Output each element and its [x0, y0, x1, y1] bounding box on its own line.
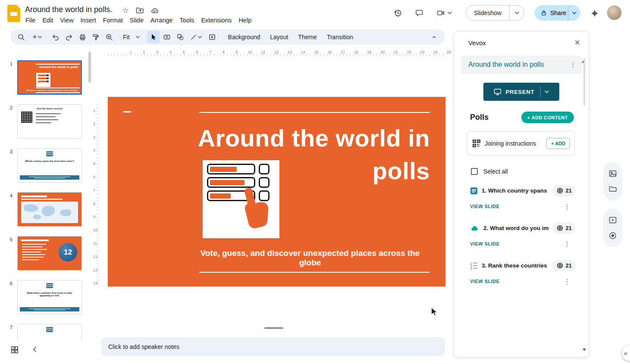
share-dropdown[interactable] [568, 12, 580, 14]
view-slide-link[interactable]: VIEW SLIDE [470, 241, 500, 246]
slide-thumbnail-2[interactable]: Join the Vevox session [17, 104, 82, 139]
filmstrip-scrollbar[interactable] [88, 52, 91, 83]
star-icon[interactable]: ☆ [122, 6, 129, 14]
zoom-select[interactable]: Fit [119, 31, 144, 44]
theme-button[interactable]: Theme [293, 31, 322, 44]
menu-item[interactable]: Edit [39, 15, 56, 25]
paint-format-icon[interactable] [89, 31, 102, 44]
ruler-number: 1 [129, 50, 132, 54]
document-title[interactable]: Around the world in polls. [25, 5, 112, 14]
current-slide[interactable]: Around the world in polls Vote, guess, a… [108, 97, 445, 286]
select-tool[interactable] [147, 31, 160, 44]
slide-number: 4 [8, 193, 15, 198]
kebab-menu-icon[interactable]: ⋮ [561, 238, 573, 250]
speaker-notes[interactable]: Click to add speaker notes [101, 337, 445, 356]
meet-controls[interactable] [437, 9, 452, 17]
slideshow-dropdown[interactable] [510, 12, 524, 14]
avatar[interactable] [607, 5, 622, 20]
background-button[interactable]: Background [223, 31, 265, 44]
side-panel-edge-toggle[interactable]: « [622, 345, 630, 361]
slide-subtitle-textbox[interactable]: Vote, guess, and discover unexpected pla… [189, 249, 431, 268]
line-tool[interactable] [187, 31, 205, 44]
kebab-menu-icon[interactable]: ⋮ [567, 59, 579, 71]
grid-view-icon[interactable] [10, 345, 19, 354]
chevron-down-icon[interactable] [448, 12, 452, 14]
select-all-label: Select all [483, 168, 508, 175]
layout-button[interactable]: Layout [265, 31, 293, 44]
share-button[interactable]: Share [535, 9, 568, 16]
filmstrip-row: 3 Which country spans the most time zone… [0, 148, 91, 184]
ballot-illustration[interactable] [203, 160, 279, 238]
pointing-hand-icon [242, 184, 273, 233]
poll-title: 2. What word do you imm [483, 225, 549, 231]
comments-icon[interactable] [415, 9, 423, 17]
ruler-number: 25 [447, 50, 451, 54]
filmstrip-row: 4 [0, 192, 91, 227]
present-button[interactable]: PRESENT [483, 83, 559, 101]
text-box-tool[interactable] [160, 31, 173, 44]
add-joining-button[interactable]: + ADD [546, 138, 570, 149]
insert-placeholder-tool[interactable] [206, 31, 219, 44]
print-icon[interactable] [76, 31, 89, 44]
slide-thumbnail-1[interactable]: Around the world in polls Vote, guess, a… [17, 60, 82, 95]
slide-thumbnail-5[interactable]: 12 [17, 236, 82, 271]
slide-filmstrip: 1 Around the world in polls Vote, guess,… [0, 48, 91, 341]
gemini-sparkle-icon[interactable] [590, 9, 599, 18]
joining-instructions-label: Joining instructions [485, 140, 542, 147]
menu-item[interactable]: Arrange [147, 15, 176, 25]
new-slide-button[interactable]: + [28, 31, 46, 44]
response-count-badge: 21 [552, 260, 576, 271]
cloud-status-icon[interactable] [150, 6, 159, 14]
view-slide-link[interactable]: VIEW SLIDE [470, 204, 500, 209]
lock-icon [540, 9, 547, 16]
menu-item[interactable]: Slide [126, 15, 147, 25]
kebab-menu-icon[interactable]: ⋮ [561, 200, 573, 212]
transition-button[interactable]: Transition [322, 31, 358, 44]
slide-number: 7 [8, 325, 15, 330]
menu-item[interactable]: Extensions [197, 15, 235, 25]
ruler-number: 3 [156, 50, 158, 54]
ranking-icon: 123 [470, 262, 478, 270]
number-badge: 12 [59, 243, 77, 261]
move-folder-icon[interactable] [135, 6, 144, 14]
menu-item[interactable]: Insert [77, 15, 100, 25]
shapes-tool[interactable] [174, 31, 187, 44]
slide-thumbnail-7[interactable] [17, 324, 82, 341]
ruler-number: 19 [367, 50, 371, 54]
menu-item[interactable]: File [22, 15, 39, 25]
collapse-toolbar-icon[interactable] [428, 31, 441, 44]
image-panel-icon[interactable] [608, 169, 617, 178]
search-menus-icon[interactable] [15, 31, 28, 44]
panel-scrollbar[interactable] [582, 53, 587, 351]
close-icon[interactable]: × [571, 37, 583, 49]
slide-thumbnail-4[interactable] [17, 192, 82, 227]
view-slide-link[interactable]: VIEW SLIDE [470, 279, 500, 284]
videocam-icon[interactable] [437, 9, 445, 17]
poll-item-2[interactable]: 2. What word do you imm 21 VIEW SLIDE ⋮ [470, 222, 576, 250]
menu-item[interactable]: Help [235, 15, 255, 25]
menu-item[interactable]: Format [100, 15, 126, 25]
scroll-down-icon[interactable] [583, 348, 586, 351]
notes-resize-handle[interactable] [264, 327, 283, 329]
scrollbar-thumb[interactable] [583, 58, 585, 106]
zoom-icon[interactable] [103, 31, 116, 44]
poll-item-3[interactable]: 123 3. Rank these countries f 21 VIEW SL… [470, 260, 576, 287]
menu-item[interactable]: View [56, 15, 77, 25]
folder-panel-icon[interactable] [608, 185, 617, 193]
add-content-button[interactable]: + ADD CONTENT [521, 112, 574, 123]
menu-item[interactable]: Tools [176, 15, 198, 25]
slide-thumbnail-3[interactable]: Which country spans the most time zones? [17, 148, 82, 183]
kebab-menu-icon[interactable]: ⋮ [561, 275, 573, 287]
select-all-checkbox[interactable] [471, 168, 478, 175]
slide-thumbnail-6[interactable]: Rank these countries from most to least … [17, 280, 82, 314]
redo-icon[interactable] [63, 31, 75, 44]
slideshow-button[interactable]: Slideshow [466, 9, 509, 16]
google-slides-logo[interactable] [7, 5, 20, 22]
slide-number: 3 [8, 149, 15, 154]
undo-icon[interactable] [49, 31, 62, 44]
record-panel-icon[interactable] [608, 231, 617, 240]
poll-item-1[interactable]: 1. Which country spans th 21 VIEW SLIDE … [470, 185, 576, 212]
chevron-left-icon[interactable] [31, 345, 39, 353]
version-history-icon[interactable] [393, 9, 402, 18]
present-panel-icon[interactable] [608, 216, 617, 224]
